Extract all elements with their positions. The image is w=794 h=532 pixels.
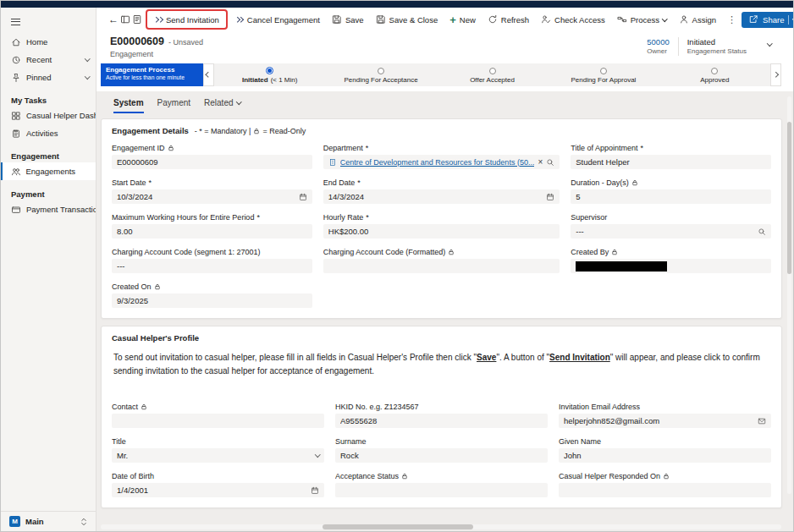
contact-input[interactable] xyxy=(112,414,324,428)
form-content: System Payment Related Engagement Detail… xyxy=(96,91,793,531)
cancel-engagement-button[interactable]: Cancel Engagement xyxy=(229,11,326,28)
field-hourly-rate: Hourly Rate* HK$200.00 xyxy=(323,213,560,239)
section-legend: - * = Mandatory | = Read-Only xyxy=(195,127,306,135)
area-switcher[interactable]: M Main xyxy=(1,511,96,531)
sidebar-item-label: Pinned xyxy=(26,73,52,82)
sidebar-item-activities[interactable]: Activities xyxy=(1,124,96,142)
lock-icon xyxy=(631,179,638,186)
end-date-input[interactable]: 14/3/2024 xyxy=(323,189,560,204)
title-of-appointment-input[interactable]: Student Helper xyxy=(571,155,771,169)
department-lookup[interactable]: Centre of Development and Resources for … xyxy=(323,155,560,169)
duration-days-input[interactable]: 5 xyxy=(571,189,771,204)
process-name-box[interactable]: Engagement Process Active for less than … xyxy=(101,63,203,86)
surname-input[interactable]: Rock xyxy=(335,448,548,463)
owner-link[interactable]: 50000 xyxy=(647,37,669,47)
engagement-id-input[interactable]: E00000609 xyxy=(112,155,312,169)
assign-button[interactable]: Assign xyxy=(673,11,723,28)
calendar-icon[interactable] xyxy=(311,486,319,495)
sidebar-item-payment-transactions[interactable]: Payment Transactions xyxy=(1,200,96,218)
responded-on-input[interactable] xyxy=(559,483,771,497)
search-icon[interactable] xyxy=(546,158,554,167)
check-access-button[interactable]: Check Access xyxy=(535,11,611,28)
form-button[interactable] xyxy=(132,11,142,28)
field-label: HKID No. e.g. Z1234567 xyxy=(335,403,419,411)
start-date-input[interactable]: 10/3/2024 xyxy=(112,189,312,204)
search-icon[interactable] xyxy=(758,228,766,236)
process-button[interactable]: Process xyxy=(611,11,673,28)
calendar-icon[interactable] xyxy=(299,193,307,201)
tab-payment[interactable]: Payment xyxy=(157,98,190,113)
stage-dot xyxy=(711,68,718,74)
required-marker: * xyxy=(366,144,369,152)
horizontal-scrollbar-thumb[interactable] xyxy=(323,524,473,529)
refresh-icon xyxy=(488,14,498,25)
max-working-hours-input[interactable]: 8.00 xyxy=(112,224,312,239)
title-select[interactable]: Mr. xyxy=(112,448,324,463)
command-bar: ← Send Invitation Cancel Engagement xyxy=(96,8,793,31)
annotation-highlight-box: Send Invitation xyxy=(146,9,228,30)
acceptance-status-input[interactable] xyxy=(335,483,548,497)
date-of-birth-input[interactable]: 1/4/2001 xyxy=(112,483,324,497)
supervisor-lookup[interactable]: --- xyxy=(571,224,771,239)
stage-active-dot xyxy=(266,67,273,74)
sidebar-item-pinned[interactable]: Pinned xyxy=(1,69,96,86)
tab-related[interactable]: Related xyxy=(204,98,240,113)
sidebar-item-home[interactable]: Home xyxy=(1,33,96,51)
hkid-input[interactable]: A9555628 xyxy=(335,414,548,428)
charging-account-code-formatted-input[interactable] xyxy=(323,259,560,273)
save-icon xyxy=(332,14,342,25)
charging-account-code-input[interactable]: --- xyxy=(112,259,312,273)
process-stage-initiated[interactable]: Initiated(< 1 Min) xyxy=(214,63,325,86)
share-button[interactable]: Share xyxy=(742,12,794,28)
save-and-close-button[interactable]: Save & Close xyxy=(370,11,444,28)
sitemap-toggle-button[interactable] xyxy=(1,8,96,33)
side-panel-button[interactable] xyxy=(120,11,130,28)
section-casual-helpers-profile: Casual Helper's Profile To send out invi… xyxy=(101,326,782,508)
field-label: Surname xyxy=(335,437,367,446)
new-label: New xyxy=(460,15,476,25)
field-created-by: Created By xyxy=(571,248,771,273)
field-label: Date of Birth xyxy=(112,472,154,480)
stage-label: Pending For Acceptance xyxy=(345,76,418,84)
chevron-left-icon xyxy=(206,72,211,77)
calendar-icon[interactable] xyxy=(546,193,554,201)
new-button[interactable]: + New xyxy=(444,11,482,28)
more-commands-button[interactable]: ⋮ xyxy=(722,14,742,25)
field-label: Invitation Email Address xyxy=(559,403,640,411)
process-stage-offer-accepted[interactable]: Offer Accepted xyxy=(437,63,548,86)
field-title-of-appointment: Title of Appointment* Student Helper xyxy=(571,144,771,169)
people-icon xyxy=(11,167,21,177)
created-by-input[interactable] xyxy=(571,259,771,273)
share-label: Share xyxy=(763,15,784,25)
email-icon[interactable] xyxy=(758,417,766,425)
send-invitation-button[interactable]: Send Invitation xyxy=(148,11,225,28)
process-stage-pending-for-acceptance[interactable]: Pending For Acceptance xyxy=(325,63,436,86)
tab-system[interactable]: System xyxy=(113,98,144,113)
save-button[interactable]: Save xyxy=(326,11,370,28)
field-label: Acceptance Status xyxy=(335,472,399,480)
back-button[interactable]: ← xyxy=(108,11,119,28)
person-check-icon xyxy=(541,14,551,25)
owner-field: 50000 Owner xyxy=(647,37,669,57)
area-badge: M xyxy=(9,516,20,527)
vertical-scrollbar-thumb[interactable] xyxy=(787,122,791,274)
invitation-email-input[interactable]: helperjohn852@gmail.com xyxy=(559,414,771,428)
department-link[interactable]: Centre of Development and Resources for … xyxy=(340,158,535,167)
sidebar-item-engagements[interactable]: Engagements xyxy=(1,162,96,180)
sidebar-item-recent[interactable]: Recent xyxy=(1,51,96,69)
created-on-input[interactable]: 9/3/2025 xyxy=(112,293,312,308)
process-scroll-left-button[interactable] xyxy=(203,63,214,86)
sidebar-item-casual-helper-dashboard[interactable]: Casual Helper Dashb... xyxy=(1,107,96,124)
form-tabs: System Payment Related xyxy=(96,91,793,113)
clear-value-icon[interactable]: × xyxy=(538,157,543,167)
hourly-rate-input[interactable]: HK$200.00 xyxy=(323,224,560,239)
sidebar-item-label: Home xyxy=(26,37,47,47)
process-stage-pending-for-approval[interactable]: Pending For Approval xyxy=(548,63,659,86)
process-scroll-right-button[interactable] xyxy=(770,63,781,86)
required-marker: * xyxy=(357,178,361,187)
field-label: Charging Account Code (segment 1: 27001) xyxy=(112,248,261,256)
lock-icon xyxy=(401,473,408,480)
refresh-button[interactable]: Refresh xyxy=(482,11,535,28)
process-stage-approved[interactable]: Approved xyxy=(659,63,770,86)
given-name-input[interactable]: John xyxy=(559,448,771,463)
